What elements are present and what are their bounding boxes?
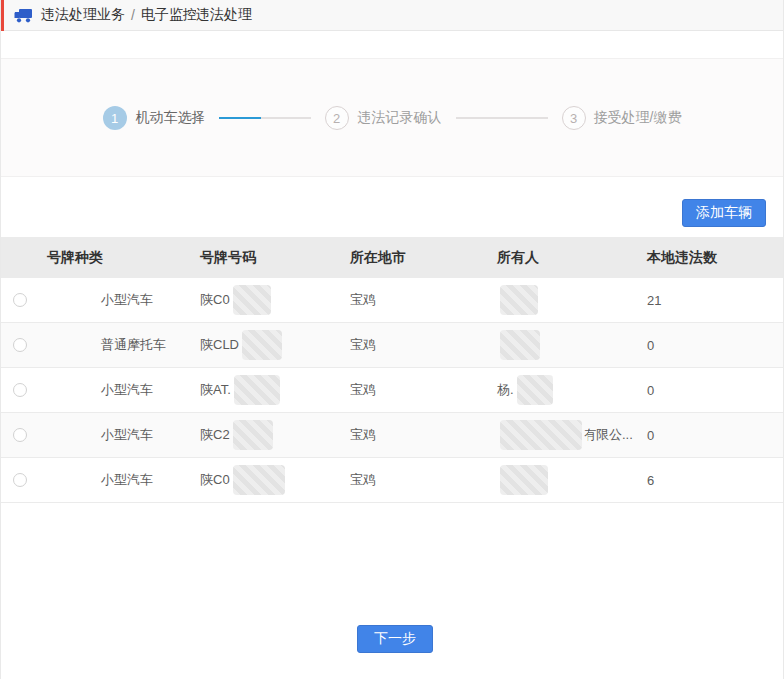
owner-redaction-blur (500, 330, 540, 360)
cell-owner (497, 285, 540, 315)
breadcrumb-bar: 违法处理业务 / 电子监控违法处理 (1, 0, 783, 31)
header-owner: 所有人 (497, 249, 539, 267)
cell-city: 宝鸡 (350, 381, 376, 399)
table-row[interactable]: 小型汽车 陕C2 宝鸡 有限公... 0 (1, 413, 783, 458)
plate-prefix: 陕C2 (200, 426, 230, 444)
breadcrumb-current: 电子监控违法处理 (141, 6, 252, 24)
plate-redaction-blur (233, 420, 273, 450)
cell-violation-count: 0 (647, 428, 654, 443)
table-body: 小型汽车 陕C0 宝鸡 21 普通摩托车 陕CLD 宝鸡 0 小型汽车 (1, 278, 783, 503)
plate-redaction-blur (234, 375, 280, 405)
cell-plate-number: 陕AT. (200, 375, 280, 405)
add-vehicle-button[interactable]: 添加车辆 (682, 199, 766, 227)
table-row[interactable]: 普通摩托车 陕CLD 宝鸡 0 (1, 323, 783, 368)
stepper-panel: 1 机动车选择 2 违法记录确认 3 接受处理/缴费 (1, 58, 783, 177)
owner-suffix: 有限公... (584, 426, 633, 444)
row-select-radio[interactable] (13, 383, 27, 397)
breadcrumb-section[interactable]: 违法处理业务 (41, 6, 125, 24)
cell-violation-count: 0 (647, 338, 654, 353)
cell-plate-type: 小型汽车 (101, 426, 153, 444)
step-3-label: 接受处理/缴费 (594, 109, 682, 127)
cell-plate-number: 陕C0 (200, 285, 271, 315)
table-header: 号牌种类 号牌号码 所在地市 所有人 本地违法数 (1, 237, 783, 278)
step-vehicle-select: 1 机动车选择 (103, 106, 205, 130)
cell-plate-number: 陕C2 (200, 420, 273, 450)
header-plate-type: 号牌种类 (47, 249, 103, 267)
header-plate-number: 号牌号码 (200, 249, 256, 267)
row-select-radio[interactable] (13, 293, 27, 307)
cell-owner: 杨. (497, 375, 555, 405)
row-select-radio[interactable] (13, 338, 27, 352)
plate-prefix: 陕CLD (200, 336, 239, 354)
cell-city: 宝鸡 (350, 471, 376, 489)
step-3-circle: 3 (562, 106, 586, 130)
owner-redaction-blur (500, 465, 548, 495)
breadcrumb-separator: / (131, 7, 135, 23)
row-select-radio[interactable] (13, 428, 27, 442)
row-select-radio[interactable] (13, 473, 27, 487)
cell-plate-type: 普通摩托车 (101, 336, 166, 354)
cell-violation-count: 0 (647, 383, 654, 398)
step-violation-confirm: 2 违法记录确认 (325, 106, 442, 130)
owner-prefix: 杨. (497, 381, 514, 399)
step-accept-pay: 3 接受处理/缴费 (562, 106, 682, 130)
cell-violation-count: 21 (647, 293, 661, 308)
red-accent-bar (1, 0, 4, 31)
cell-owner (497, 465, 550, 495)
table-row[interactable]: 小型汽车 陕C0 宝鸡 6 (1, 458, 783, 503)
cell-plate-type: 小型汽车 (101, 471, 153, 489)
cell-plate-type: 小型汽车 (101, 381, 153, 399)
table-row[interactable]: 小型汽车 陕AT. 宝鸡 杨. 0 (1, 368, 783, 413)
cell-owner (497, 330, 542, 360)
cell-plate-number: 陕CLD (200, 330, 282, 360)
plate-prefix: 陕C0 (200, 291, 230, 309)
plate-prefix: 陕C0 (200, 471, 230, 489)
cell-plate-type: 小型汽车 (101, 291, 153, 309)
cell-city: 宝鸡 (350, 426, 376, 444)
cell-violation-count: 6 (647, 473, 654, 488)
header-violations: 本地违法数 (647, 249, 717, 267)
plate-redaction-blur (233, 285, 271, 315)
plate-redaction-blur (242, 330, 282, 360)
step-connector-1 (219, 117, 311, 119)
next-step-button[interactable]: 下一步 (357, 625, 433, 653)
step-1-label: 机动车选择 (136, 109, 205, 127)
truck-icon (14, 8, 33, 23)
owner-redaction-blur (500, 285, 538, 315)
plate-prefix: 陕AT. (200, 381, 231, 399)
cell-owner: 有限公... (497, 420, 633, 450)
owner-redaction-blur (517, 375, 553, 405)
step-1-circle: 1 (103, 106, 127, 130)
header-city: 所在地市 (350, 249, 406, 267)
cell-plate-number: 陕C0 (200, 465, 285, 495)
plate-redaction-blur (233, 465, 285, 495)
cell-city: 宝鸡 (350, 336, 376, 354)
owner-redaction-blur (500, 420, 582, 450)
violation-processing-page: 违法处理业务 / 电子监控违法处理 1 机动车选择 2 违法记录确认 3 接受处… (0, 0, 784, 679)
table-row[interactable]: 小型汽车 陕C0 宝鸡 21 (1, 278, 783, 323)
cell-city: 宝鸡 (350, 291, 376, 309)
step-2-label: 违法记录确认 (358, 109, 442, 127)
step-2-circle: 2 (325, 106, 349, 130)
step-connector-2 (456, 117, 548, 119)
